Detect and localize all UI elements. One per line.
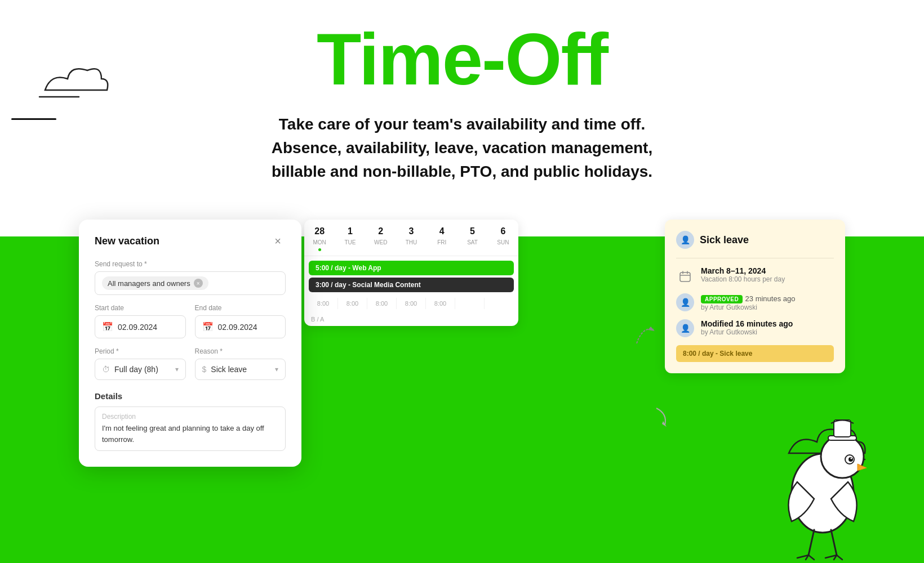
period-value: Full day (8h) [114, 365, 158, 374]
svg-rect-2 [680, 272, 690, 282]
user-avatar: 👤 [676, 231, 694, 249]
date-row: Start date 📅 02.09.2024 End date 📅 02.09… [95, 304, 286, 338]
time-cell-5: 8:00 [426, 298, 455, 309]
page-title: Time-Off [11, 23, 913, 96]
modal-title: New vacation [95, 235, 159, 247]
modifier-avatar: 👤 [676, 319, 694, 337]
calendar-icon-start: 📅 [102, 321, 113, 332]
start-date-label: Start date [95, 304, 186, 312]
calendar-event-webapp[interactable]: 5:00 / day - Web App [309, 261, 514, 275]
period-select[interactable]: ⏱ Full day (8h) ▾ [95, 359, 186, 380]
period-label: Period * [95, 347, 186, 355]
send-request-label: Send request to * [95, 260, 286, 268]
end-date-field: End date 📅 02.09.2024 [195, 304, 286, 338]
cloud-left-decoration [34, 56, 113, 104]
calendar-section: 28 MON 1 TUE 2 WED 3 THU 4 FRI 5 [304, 220, 518, 326]
calendar-event-social[interactable]: 3:00 / day - Social Media Content [309, 278, 514, 292]
calendar-day-5: 5 SAT [457, 220, 487, 256]
bird-illustration [766, 369, 879, 563]
reason-select[interactable]: $ Sick leave ▾ [195, 359, 286, 380]
popup-modified-content: Modified 16 minutes ago by Artur Gutkows… [701, 319, 834, 336]
start-date-value: 02.09.2024 [118, 323, 157, 332]
end-date-input[interactable]: 📅 02.09.2024 [195, 315, 286, 338]
calendar-icon-end: 📅 [202, 321, 214, 332]
period-field: Period * ⏱ Full day (8h) ▾ [95, 347, 186, 380]
reason-chevron-icon: ▾ [275, 365, 278, 373]
clock-icon: ⏱ [102, 365, 110, 374]
calendar-ba-row: B / A [304, 312, 518, 326]
svg-point-12 [851, 458, 852, 459]
popup-date-content: March 8–11, 2024 Vacation 8:00 hours per… [701, 266, 834, 283]
end-date-value: 02.09.2024 [218, 323, 257, 332]
approver-avatar: 👤 [676, 293, 694, 311]
dollar-icon: $ [202, 365, 207, 374]
approved-time: 23 minutes ago [745, 294, 796, 303]
calendar-day-3: 3 THU [396, 220, 427, 256]
calendar-dot [318, 248, 321, 251]
popup-header: 👤 Sick leave [676, 231, 834, 249]
time-cell-3: 8:00 [367, 298, 397, 309]
popup-modified-row: 👤 Modified 16 minutes ago by Artur Gutko… [676, 319, 834, 337]
svg-line-17 [808, 555, 814, 560]
calendar-day-28: 28 MON [304, 220, 335, 256]
bottom-section: New vacation × Send request to * All man… [0, 236, 924, 563]
calendar-day-4: 4 FRI [427, 220, 457, 256]
time-cell-2: 8:00 [338, 298, 367, 309]
hero-subtitle: Take care of your team's availability an… [242, 113, 682, 184]
end-date-label: End date [195, 304, 286, 312]
sick-leave-bottom-event: 8:00 / day - Sick leave [676, 345, 834, 362]
time-cell-4: 8:00 [397, 298, 426, 309]
reason-field: Reason * $ Sick leave ▾ [195, 347, 286, 380]
reason-select-left: $ Sick leave [202, 365, 247, 374]
calendar-popup-icon [676, 267, 694, 285]
time-cell-7 [485, 298, 514, 309]
description-label: Description [102, 413, 278, 421]
start-date-field: Start date 📅 02.09.2024 [95, 304, 186, 338]
popup-title: Sick leave [700, 234, 749, 246]
approved-badge: APPROVED [701, 295, 743, 303]
details-section: Details Description I'm not feeling grea… [95, 391, 286, 451]
recipients-field[interactable]: All managers and owners × [95, 271, 286, 295]
svg-point-7 [821, 435, 864, 478]
popup-hours: Vacation 8:00 hours per day [701, 275, 834, 283]
svg-line-14 [831, 530, 837, 555]
arrow-decoration-2 [651, 405, 673, 430]
recipient-tag: All managers and owners × [102, 276, 208, 290]
arrow-decoration-1 [631, 321, 659, 351]
calendar-header: 28 MON 1 TUE 2 WED 3 THU 4 FRI 5 [304, 220, 518, 256]
modal-header: New vacation × [95, 233, 286, 249]
description-field[interactable]: Description I'm not feeling great and pl… [95, 406, 286, 451]
period-select-left: ⏱ Full day (8h) [102, 365, 158, 374]
popup-date-range: March 8–11, 2024 [701, 266, 834, 275]
start-date-input[interactable]: 📅 02.09.2024 [95, 315, 186, 338]
ba-label: B / A [311, 316, 324, 323]
calendar-time-row: 8:00 8:00 8:00 8:00 8:00 [304, 294, 518, 312]
modified-by: by Artur Gutkowski [701, 328, 834, 336]
description-text: I'm not feeling great and planning to ta… [102, 423, 278, 445]
line-decoration-left [11, 118, 56, 120]
hero-section: Time-Off Take care of your team's availa… [0, 0, 924, 236]
calendar-day-1: 1 TUE [335, 220, 365, 256]
reason-value: Sick leave [211, 365, 247, 374]
period-chevron-icon: ▾ [175, 365, 179, 373]
modal-close-button[interactable]: × [270, 233, 286, 249]
time-cell-1: 8:00 [309, 298, 338, 309]
modified-time: Modified 16 minutes ago [701, 319, 834, 328]
popup-approved-content: APPROVED 23 minutes ago by Artur Gutkows… [701, 293, 834, 311]
approved-by: by Artur Gutkowski [701, 303, 834, 311]
calendar-body: 5:00 / day - Web App 3:00 / day - Social… [304, 261, 518, 326]
details-heading: Details [95, 391, 286, 401]
popup-date-row: March 8–11, 2024 Vacation 8:00 hours per… [676, 266, 834, 285]
reason-label: Reason * [195, 347, 286, 355]
period-reason-row: Period * ⏱ Full day (8h) ▾ Reason * $ Si… [95, 347, 286, 380]
popup-approved-row: 👤 APPROVED 23 minutes ago by Artur Gutko… [676, 293, 834, 311]
tag-remove-button[interactable]: × [194, 279, 203, 288]
time-cell-6 [455, 298, 485, 309]
svg-line-13 [808, 530, 814, 555]
sick-leave-popup: 👤 Sick leave March 8–11, 2024 Vacation 8… [665, 220, 845, 373]
send-request-field: Send request to * All managers and owner… [95, 260, 286, 295]
calendar-day-6: 6 SUN [488, 220, 518, 256]
new-vacation-modal: New vacation × Send request to * All man… [79, 220, 301, 467]
svg-line-20 [837, 555, 842, 560]
svg-rect-9 [834, 420, 851, 437]
